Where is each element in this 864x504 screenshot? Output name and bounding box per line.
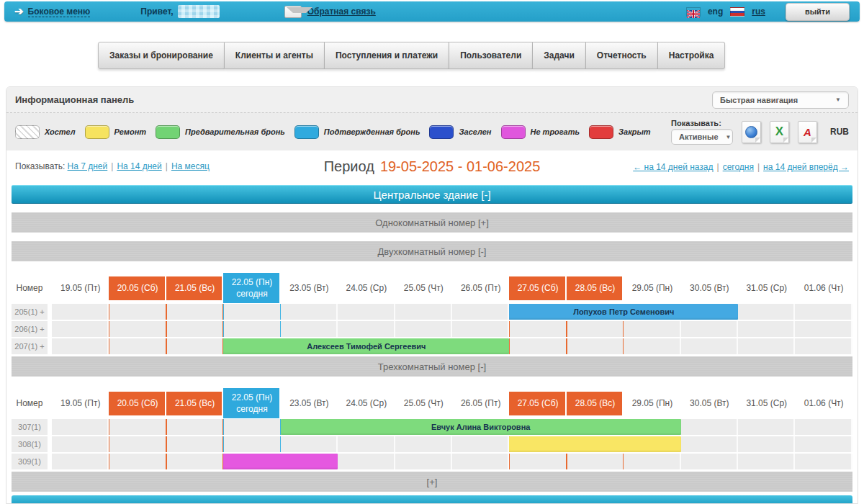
day-cell[interactable] bbox=[166, 304, 223, 320]
day-cell[interactable] bbox=[223, 304, 280, 320]
day-cell[interactable] bbox=[567, 321, 624, 337]
nav-tab[interactable]: Отчетность bbox=[586, 42, 658, 69]
day-cell[interactable] bbox=[109, 321, 166, 337]
day-cell[interactable] bbox=[223, 321, 280, 337]
day-cell[interactable] bbox=[738, 419, 795, 435]
day-cell[interactable] bbox=[166, 436, 223, 452]
room-type-band[interactable]: [+] bbox=[12, 472, 852, 492]
day-cell[interactable] bbox=[509, 454, 566, 469]
next-building-band[interactable] bbox=[12, 495, 852, 504]
day-cell[interactable] bbox=[166, 338, 223, 354]
day-cell[interactable] bbox=[795, 454, 852, 469]
day-cell[interactable] bbox=[738, 321, 795, 337]
day-cell[interactable] bbox=[109, 454, 166, 469]
excel-export-icon[interactable]: X bbox=[770, 121, 789, 143]
day-cell[interactable] bbox=[738, 454, 795, 469]
day-cell[interactable] bbox=[452, 454, 509, 469]
day-cell[interactable] bbox=[738, 304, 795, 320]
room-label[interactable]: 205(1) + bbox=[12, 304, 48, 320]
nav-tab[interactable]: Настройка bbox=[658, 42, 726, 69]
day-cell[interactable] bbox=[109, 436, 166, 452]
day-cell[interactable] bbox=[395, 321, 452, 337]
day-cell[interactable] bbox=[567, 454, 624, 469]
side-menu-link[interactable]: Боковое меню bbox=[28, 6, 91, 17]
day-cell[interactable] bbox=[795, 436, 852, 452]
room-label[interactable]: 207(1) + bbox=[12, 338, 48, 354]
booking-bar[interactable]: Алексеев Тимофей Сергеевич bbox=[223, 338, 509, 354]
nav-tab[interactable]: Пользователи bbox=[449, 42, 533, 69]
day-cell[interactable] bbox=[52, 436, 109, 452]
day-cell[interactable] bbox=[795, 338, 852, 354]
booking-bar[interactable] bbox=[223, 454, 338, 469]
day-cell[interactable] bbox=[52, 419, 109, 435]
booking-bar[interactable] bbox=[509, 436, 680, 452]
day-cell[interactable] bbox=[395, 436, 452, 452]
room-type-band[interactable]: Двухкомнатный номер [-] bbox=[12, 241, 852, 261]
pdf-export-icon[interactable]: A bbox=[798, 121, 817, 143]
room-type-band[interactable]: Трехкомнатный номер [-] bbox=[12, 356, 852, 377]
day-cell[interactable] bbox=[109, 304, 166, 320]
room-label[interactable]: 206(1) + bbox=[12, 321, 48, 337]
range-link[interactable]: На 7 дней bbox=[68, 161, 108, 171]
day-cell[interactable] bbox=[795, 419, 852, 435]
lang-rus[interactable]: rus bbox=[752, 6, 765, 17]
day-cell[interactable] bbox=[223, 419, 280, 435]
day-cell[interactable] bbox=[681, 338, 738, 354]
day-cell[interactable] bbox=[681, 436, 738, 452]
status-filter-select[interactable]: Активные bbox=[671, 129, 733, 145]
period-nav-link[interactable]: сегодня bbox=[723, 162, 754, 172]
room-label[interactable]: 308(1) bbox=[12, 436, 48, 452]
day-cell[interactable] bbox=[52, 321, 109, 337]
day-cell[interactable] bbox=[567, 338, 624, 354]
day-cell[interactable] bbox=[738, 338, 795, 354]
period-nav-link[interactable]: ← на 14 дней назад bbox=[633, 162, 713, 172]
lang-eng[interactable]: eng bbox=[708, 6, 723, 17]
day-cell[interactable] bbox=[681, 419, 738, 435]
day-cell[interactable] bbox=[509, 338, 566, 354]
day-cell[interactable] bbox=[166, 321, 223, 337]
day-cell[interactable] bbox=[795, 321, 852, 337]
nav-tab[interactable]: Поступления и платежи bbox=[325, 42, 449, 69]
building-header[interactable]: Центральное здание [-] bbox=[12, 185, 852, 204]
day-cell[interactable] bbox=[166, 419, 223, 435]
nav-tab[interactable]: Клиенты и агенты bbox=[225, 42, 325, 69]
day-cell[interactable] bbox=[338, 304, 395, 320]
nav-tab[interactable]: Задачи bbox=[533, 42, 586, 69]
day-cell[interactable] bbox=[281, 321, 338, 337]
day-cell[interactable] bbox=[624, 321, 680, 337]
ru-flag-icon[interactable] bbox=[730, 7, 744, 17]
day-cell[interactable] bbox=[223, 436, 280, 452]
day-cell[interactable] bbox=[109, 338, 166, 354]
logout-button[interactable]: выйти bbox=[786, 3, 850, 21]
day-cell[interactable] bbox=[624, 338, 680, 354]
day-cell[interactable] bbox=[795, 304, 852, 320]
booking-bar[interactable]: Евчук Алина Викторовна bbox=[281, 419, 681, 435]
uk-flag-icon[interactable] bbox=[686, 7, 701, 17]
day-cell[interactable] bbox=[166, 454, 223, 469]
day-cell[interactable] bbox=[109, 419, 166, 435]
day-cell[interactable] bbox=[281, 436, 338, 452]
feedback-link[interactable]: Обратная связь bbox=[307, 6, 376, 17]
day-cell[interactable] bbox=[509, 321, 566, 337]
day-cell[interactable] bbox=[681, 454, 738, 469]
day-cell[interactable] bbox=[452, 321, 509, 337]
web-export-icon[interactable] bbox=[742, 121, 761, 143]
range-link[interactable]: На 14 дней bbox=[117, 161, 161, 171]
room-type-band[interactable]: Однокомнатный номер [+] bbox=[12, 212, 852, 233]
day-cell[interactable] bbox=[452, 304, 509, 320]
quick-nav-select[interactable]: Быстрая навигация bbox=[712, 91, 849, 109]
day-cell[interactable] bbox=[52, 338, 109, 354]
day-cell[interactable] bbox=[338, 454, 395, 469]
booking-bar[interactable]: Лопухов Петр Семенович bbox=[509, 304, 738, 320]
day-cell[interactable] bbox=[52, 304, 109, 320]
day-cell[interactable] bbox=[452, 436, 509, 452]
day-cell[interactable] bbox=[395, 304, 452, 320]
room-label[interactable]: 307(1) bbox=[12, 419, 48, 435]
nav-tab[interactable]: Заказы и бронирование bbox=[98, 42, 225, 69]
room-label[interactable]: 309(1) bbox=[12, 454, 48, 469]
day-cell[interactable] bbox=[681, 321, 738, 337]
day-cell[interactable] bbox=[624, 454, 680, 469]
period-nav-link[interactable]: на 14 дней вперёд → bbox=[763, 162, 849, 172]
day-cell[interactable] bbox=[281, 304, 338, 320]
day-cell[interactable] bbox=[52, 454, 109, 469]
